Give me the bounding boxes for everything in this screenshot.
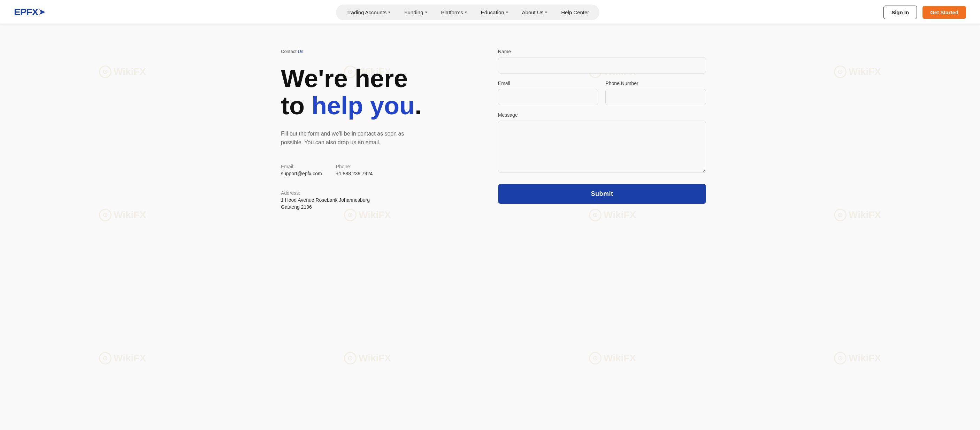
nav-item-about-us[interactable]: About Us ▾ xyxy=(516,6,554,18)
breadcrumb-home: Contact xyxy=(281,49,297,54)
logo-icon: ➤ xyxy=(39,8,45,17)
contact-form: Name Email Phone Number Message Submit xyxy=(498,49,706,204)
logo-text: EPFX xyxy=(14,6,38,18)
email-phone-row: Email Phone Number xyxy=(498,81,706,112)
phone-form-label: Phone Number xyxy=(605,81,706,86)
phone-label: Phone: xyxy=(336,164,373,169)
message-label: Message xyxy=(498,112,706,118)
email-input[interactable] xyxy=(498,89,599,105)
chevron-down-icon: ▾ xyxy=(388,10,390,14)
contact-email: Email: support@epfx.com xyxy=(281,164,322,176)
nav-item-education[interactable]: Education ▾ xyxy=(475,6,514,18)
nav-inner: Trading Accounts ▾ Funding ▾ Platforms ▾… xyxy=(336,5,600,20)
email-form-label: Email xyxy=(498,81,599,86)
hero-period: . xyxy=(415,92,422,119)
contact-phone: Phone: +1 888 239 7924 xyxy=(336,164,373,176)
hero-line2-normal: to xyxy=(281,92,312,119)
nav-item-platforms[interactable]: Platforms ▾ xyxy=(435,6,473,18)
nav-item-funding[interactable]: Funding ▾ xyxy=(398,6,433,18)
hero-subtext: Fill out the form and we'll be in contac… xyxy=(281,129,413,147)
breadcrumb-current: Us xyxy=(298,49,303,54)
phone-group: Phone Number xyxy=(605,81,706,105)
breadcrumb: Contact Us xyxy=(281,49,470,54)
name-label: Name xyxy=(498,49,706,54)
chevron-down-icon: ▾ xyxy=(465,10,467,14)
header-actions: Sign In Get Started xyxy=(883,6,966,19)
address-label: Address: xyxy=(281,190,370,196)
hero-headline: We're here to help you. xyxy=(281,65,470,119)
contact-info: Email: support@epfx.com Phone: +1 888 23… xyxy=(281,164,470,210)
address-line1: 1 Hood Avenue Rosebank Johannesburg xyxy=(281,197,370,203)
hero-line2-blue: help you xyxy=(312,92,415,119)
contact-address: Address: 1 Hood Avenue Rosebank Johannes… xyxy=(281,190,370,210)
phone-input[interactable] xyxy=(605,89,706,105)
name-group: Name xyxy=(498,49,706,73)
address-line2: Gauteng 2196 xyxy=(281,204,370,210)
email-value: support@epfx.com xyxy=(281,171,322,176)
contact-form-section: Name Email Phone Number Message Submit xyxy=(498,45,706,204)
main-nav: Trading Accounts ▾ Funding ▾ Platforms ▾… xyxy=(66,5,870,20)
submit-button[interactable]: Submit xyxy=(498,184,706,204)
signin-button[interactable]: Sign In xyxy=(883,6,917,19)
header: EPFX ➤ Trading Accounts ▾ Funding ▾ Plat… xyxy=(0,0,980,24)
message-group: Message xyxy=(498,112,706,174)
email-group: Email xyxy=(498,81,599,105)
phone-value: +1 888 239 7924 xyxy=(336,171,373,176)
message-textarea[interactable] xyxy=(498,121,706,173)
email-label: Email: xyxy=(281,164,322,169)
hero-line2: to help you. xyxy=(281,92,470,119)
hero-line1: We're here xyxy=(281,65,470,92)
name-input[interactable] xyxy=(498,57,706,73)
chevron-down-icon: ▾ xyxy=(545,10,547,14)
chevron-down-icon: ▾ xyxy=(425,10,427,14)
left-section: Contact Us We're here to help you. Fill … xyxy=(281,45,470,210)
logo[interactable]: EPFX ➤ xyxy=(14,6,45,18)
chevron-down-icon: ▾ xyxy=(506,10,508,14)
nav-item-trading-accounts[interactable]: Trading Accounts ▾ xyxy=(340,6,396,18)
getstarted-button[interactable]: Get Started xyxy=(923,6,966,19)
main-content: Contact Us We're here to help you. Fill … xyxy=(246,24,734,238)
nav-item-help-center[interactable]: Help Center xyxy=(555,6,595,18)
